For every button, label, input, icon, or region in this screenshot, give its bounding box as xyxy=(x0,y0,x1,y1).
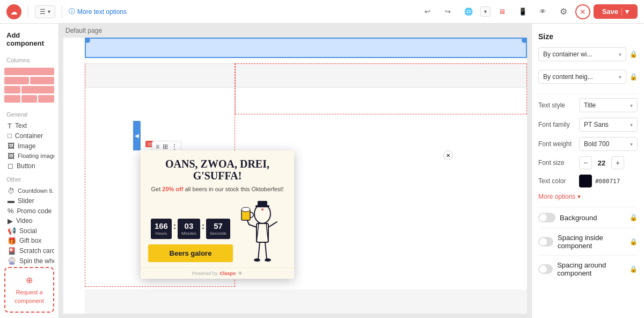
dropdown-chevron-icon: ▾ xyxy=(48,9,50,15)
cta-button[interactable]: Beers galore xyxy=(148,244,233,262)
popup-left-content: 166 Hours : 03 Minutes : 57 xyxy=(148,219,233,268)
spacing-around-lock-icon[interactable]: 🔒 xyxy=(630,265,638,273)
desktop-view-btn[interactable]: 🖥 xyxy=(494,3,511,20)
save-chevron-icon: ▾ xyxy=(621,8,629,16)
background-lock-icon[interactable]: 🔒 xyxy=(630,214,638,221)
color-swatch[interactable] xyxy=(579,175,592,187)
close-btn[interactable]: ✕ xyxy=(575,4,590,19)
background-toggle[interactable] xyxy=(538,213,555,222)
size-row-2: By content heig... ▾ 🔒 xyxy=(538,70,638,84)
sidebar-item-image[interactable]: 🖼 Image xyxy=(4,142,54,150)
sidebar-item-button-label: Button xyxy=(17,162,35,170)
font-size-plus-btn[interactable]: + xyxy=(611,156,624,169)
copy-icon[interactable]: ⋮ xyxy=(171,143,178,150)
sidebar-item-button[interactable]: ◻ Button xyxy=(4,162,54,170)
svg-line-13 xyxy=(265,242,267,259)
save-label: Save xyxy=(602,8,618,16)
spin-icon: 🎡 xyxy=(8,257,16,265)
chevron-down-icon: ▾ xyxy=(630,141,633,147)
content-height-dropdown[interactable]: By content heig... ▾ xyxy=(538,70,626,84)
sep-2: : xyxy=(202,221,204,230)
countdown-hours: 166 Hours xyxy=(151,219,172,239)
font-size-minus-btn[interactable]: − xyxy=(579,156,592,169)
more-options-row[interactable]: More options ▾ xyxy=(538,193,638,200)
divider-2 xyxy=(62,5,62,18)
right-panel: Size By container wi... ▾ 🔒 By content h… xyxy=(531,24,644,318)
handle-tr[interactable] xyxy=(522,38,527,43)
popup-widget: OANS, ZWOA, DREI, G'SUFFA! Get 20% off a… xyxy=(141,150,294,279)
sidebar-item-floating-image[interactable]: 🖼 Floating image xyxy=(4,152,54,160)
globe-btn[interactable]: 🌐 xyxy=(460,3,477,20)
more-options-label: More options xyxy=(538,193,575,200)
sidebar-item-gift-box[interactable]: 🎁 Gift box xyxy=(4,237,54,245)
canvas-inner[interactable]: ◀ col. ≡ ⊞ ⋮ ✕ OANS, ZWOA, DREI, G'SUFFA… xyxy=(63,38,527,314)
video-icon: ▶ xyxy=(8,217,13,225)
lock-icon-1[interactable]: 🔒 xyxy=(630,50,638,58)
sidebar-item-slider[interactable]: ▬ Slider xyxy=(4,197,54,205)
sidebar-item-social[interactable]: 📢 Social xyxy=(4,227,54,235)
subtitle-before: Get xyxy=(151,186,162,192)
spacing-around-label: Spacing around component xyxy=(557,261,630,277)
sidebar-item-countdown[interactable]: ⏱ Countdown ti... xyxy=(4,187,54,195)
color-control: #080717 xyxy=(579,175,638,187)
col-block xyxy=(21,95,38,103)
font-size-label: Font size xyxy=(538,159,576,167)
font-size-row: Font size − 22 + xyxy=(538,156,638,169)
request-component-btn[interactable]: ⊕ Request a component xyxy=(4,267,54,313)
sidebar-item-text[interactable]: T Text xyxy=(4,122,54,130)
globe-dropdown-btn[interactable]: ▾ xyxy=(480,6,491,17)
sidebar-item-container[interactable]: □ Container xyxy=(4,132,54,140)
sidebar-item-scratch-card[interactable]: 🎴 Scratch card xyxy=(4,247,54,255)
font-family-dropdown[interactable]: PT Sans ▾ xyxy=(579,118,638,132)
settings-btn[interactable]: ⚙ xyxy=(555,3,572,20)
floating-image-icon: 🖼 xyxy=(8,152,14,160)
popup-title: OANS, ZWOA, DREI, G'SUFFA! xyxy=(148,158,287,182)
text-style-dropdown[interactable]: Title ▾ xyxy=(579,98,638,112)
sidebar-item-video[interactable]: ▶ Video xyxy=(4,217,54,225)
more-text-options-btn[interactable]: ⓘ More text options xyxy=(69,7,127,16)
subtitle-bold: 20% off xyxy=(162,186,183,192)
popup-illustration xyxy=(233,198,287,268)
move-icon[interactable]: ⊞ xyxy=(163,143,168,150)
general-label: General xyxy=(6,111,54,118)
sidebar-item-social-label: Social xyxy=(19,227,37,235)
save-button[interactable]: Save ▾ xyxy=(594,4,638,19)
lock-icon-2[interactable]: 🔒 xyxy=(630,73,638,81)
sidebar-title: Add component xyxy=(6,31,54,47)
hamburger-menu-btn[interactable]: ☰ ▾ xyxy=(35,5,55,18)
popup-close-btn[interactable]: ✕ xyxy=(443,150,453,160)
left-collapse-handle[interactable]: ◀ xyxy=(133,121,141,150)
chevron-down-icon: ▾ xyxy=(619,74,621,80)
align-icon[interactable]: ≡ xyxy=(156,143,159,150)
text-color-row: Text color #080717 xyxy=(538,175,638,187)
divider-1 xyxy=(28,5,28,18)
request-icon: ⊕ xyxy=(10,274,49,286)
col-row-1 xyxy=(4,68,54,75)
spacing-inside-lock-icon[interactable]: 🔒 xyxy=(630,238,638,245)
spacing-inside-toggle[interactable] xyxy=(538,237,553,247)
redo-btn[interactable]: ↪ xyxy=(440,3,457,20)
handle-tl[interactable] xyxy=(85,38,90,43)
undo-btn[interactable]: ↩ xyxy=(419,3,436,20)
sidebar-item-spin-wheel[interactable]: 🎡 Spin the wheel xyxy=(4,257,54,265)
sidebar-item-slider-label: Slider xyxy=(18,197,34,205)
sidebar-item-promo-code[interactable]: % Promo code xyxy=(4,207,54,215)
chevron-down-icon: ▾ xyxy=(630,103,633,109)
preview-btn[interactable]: 👁 xyxy=(535,3,552,20)
text-icon: T xyxy=(8,122,12,130)
container-width-label: By container wi... xyxy=(543,50,592,58)
sep-1: : xyxy=(173,221,176,230)
font-weight-dropdown[interactable]: Bold 700 ▾ xyxy=(579,137,638,151)
svg-rect-2 xyxy=(258,201,267,206)
col-block xyxy=(4,68,54,75)
mobile-view-btn[interactable]: 📱 xyxy=(514,3,531,20)
sidebar-item-countdown-label: Countdown ti... xyxy=(18,187,54,194)
spacing-around-toggle[interactable] xyxy=(538,264,553,274)
hours-value: 166 xyxy=(155,222,168,230)
other-label: Other xyxy=(6,176,54,183)
col-row-2 xyxy=(4,77,54,84)
chevron-down-icon: ▾ xyxy=(484,9,487,15)
col-block xyxy=(4,86,20,93)
spacing-around-row: Spacing around component 🔒 xyxy=(538,255,638,283)
container-width-dropdown[interactable]: By container wi... ▾ xyxy=(538,47,626,61)
